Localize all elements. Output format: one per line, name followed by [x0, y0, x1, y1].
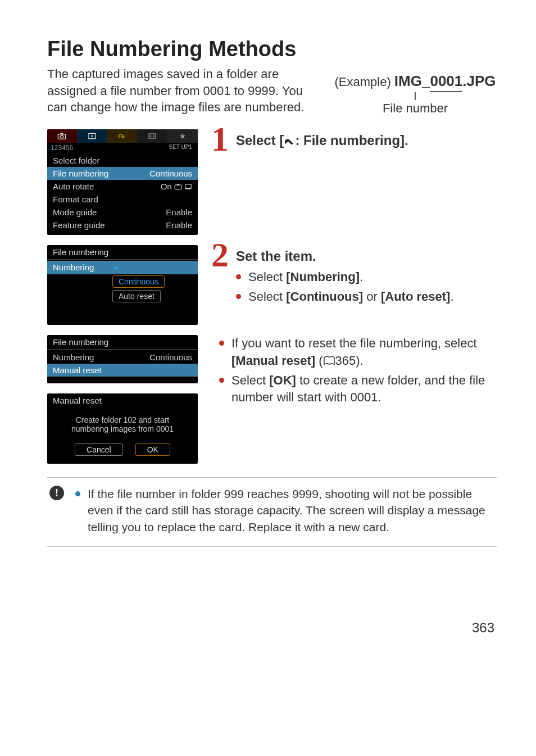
menu-feature-guide: Feature guide	[53, 220, 166, 230]
svg-rect-9	[175, 185, 181, 189]
example-prefix: (Example)	[334, 75, 394, 89]
lcd2-continuous-indicator-icon: ▸	[115, 262, 119, 273]
tab-shoot-icon	[47, 129, 78, 143]
subtab-4: 4	[62, 144, 66, 152]
menu-select-folder: Select folder	[53, 156, 192, 165]
lcd3-manual-reset: Manual reset	[53, 365, 192, 375]
lcd-screenshot-manual-reset-menu: File numbering Numbering Continuous Manu…	[47, 335, 198, 383]
menu-mode-guide: Mode guide	[53, 207, 166, 217]
lcd2-title: File numbering	[47, 245, 198, 258]
lcd3-title: File numbering	[47, 335, 198, 348]
lcd-screenshot-manual-reset-dialog: Manual reset Create folder 102 and start…	[47, 393, 198, 464]
step-number-2: 2	[211, 237, 229, 272]
svg-rect-10	[176, 184, 179, 185]
setup-tag: SET UP1	[169, 144, 195, 152]
caution-box: ! If the file number in folder 999 reach…	[47, 477, 497, 547]
subtab-6: 6	[69, 144, 73, 152]
subtab-2: 2	[54, 144, 58, 152]
subtab-1: 1	[51, 144, 54, 152]
menu-file-numbering: File numbering	[53, 169, 149, 178]
step2-title: Set the item.	[236, 248, 497, 264]
tab-setup-icon	[107, 129, 138, 143]
tab-mymenu-icon	[167, 129, 198, 143]
intro-paragraph: The captured images saved in a folder ar…	[47, 66, 322, 116]
example-filename-pre: IMG_	[394, 73, 430, 89]
svg-point-7	[153, 135, 155, 137]
svg-marker-8	[179, 133, 185, 139]
lcd-screenshot-numbering-options: File numbering Numbering ▸ Continuous Au…	[47, 245, 198, 325]
lcd2-option-continuous: Continuous	[112, 275, 165, 288]
subtab-3: 3	[58, 144, 62, 152]
wrench-icon	[284, 133, 295, 148]
step2-bullet-1: Select [Numbering].	[236, 269, 497, 286]
lcd4-ok-button: OK	[135, 443, 170, 456]
svg-rect-5	[149, 134, 156, 138]
step3-bullet-2: Select [OK] to create a new folder, and …	[219, 372, 497, 407]
svg-rect-11	[185, 184, 192, 188]
file-number-label: File number	[334, 101, 497, 116]
page-ref-icon	[323, 356, 335, 366]
lcd4-title: Manual reset	[47, 393, 198, 406]
svg-rect-1	[61, 133, 63, 135]
menu-format-card: Format card	[53, 194, 192, 204]
lcd2-option-auto-reset: Auto reset	[112, 290, 161, 302]
lcd2-numbering-label: Numbering	[53, 262, 115, 272]
lcd4-cancel-button: Cancel	[75, 443, 123, 456]
example-filename-ext: .JPG	[462, 73, 496, 89]
step3-bullet-1: If you want to reset the file numbering,…	[219, 335, 497, 370]
caution-text: If the file number in folder 999 reaches…	[75, 486, 494, 535]
tab-custom-icon	[138, 129, 168, 143]
page-number: 363	[47, 620, 497, 636]
menu-auto-rotate-value: On	[161, 182, 192, 191]
lcd3-numbering-value: Continuous	[149, 352, 192, 362]
page-title: File Numbering Methods	[47, 37, 497, 61]
lcd4-body-line1: Create folder 102 and start	[52, 415, 193, 424]
svg-point-2	[61, 135, 63, 138]
caution-icon: !	[49, 486, 64, 500]
svg-point-6	[150, 135, 152, 137]
menu-mode-guide-value: Enable	[166, 207, 192, 217]
subtab-5: 5	[66, 144, 70, 152]
step1-title: Select [: File numbering].	[236, 133, 497, 148]
lcd-screenshot-setup-menu: 1 2 3 4 5 6 SET UP1 Select folder File n…	[47, 129, 198, 235]
example-box: (Example) IMG_0001.JPG File number	[334, 66, 497, 116]
tab-play-icon	[78, 129, 108, 143]
callout-line	[415, 92, 416, 100]
menu-auto-rotate: Auto rotate	[53, 182, 161, 191]
lcd3-numbering-label: Numbering	[53, 352, 149, 362]
menu-file-numbering-value: Continuous	[149, 169, 192, 178]
svg-marker-4	[92, 135, 94, 137]
example-filename-number: 0001	[430, 73, 462, 90]
svg-rect-12	[185, 188, 192, 189]
menu-feature-guide-value: Enable	[166, 220, 192, 230]
step-number-1: 1	[211, 121, 229, 156]
lcd4-body-line2: numbering images from 0001	[52, 424, 193, 433]
step2-bullet-2: Select [Continuous] or [Auto reset].	[236, 288, 497, 306]
